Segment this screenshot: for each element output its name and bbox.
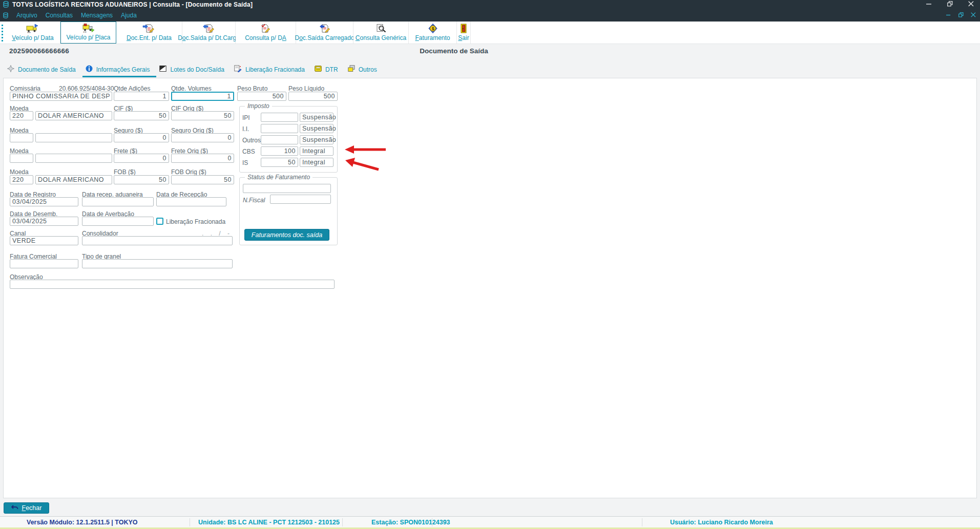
moeda-seguro-code-input[interactable] bbox=[10, 133, 33, 142]
qtde-volumes-input[interactable] bbox=[171, 92, 234, 101]
moeda-cif-name-input[interactable] bbox=[35, 111, 112, 120]
ii-mode-box[interactable]: Suspensão bbox=[300, 124, 333, 133]
moeda-fob-name-input[interactable] bbox=[35, 175, 112, 184]
moeda-seguro-name-input[interactable] bbox=[35, 133, 112, 142]
exit-icon bbox=[457, 23, 470, 33]
truck-by-date-icon: ++ bbox=[26, 23, 39, 33]
toolbar-button-label: Consulta Genérica bbox=[356, 34, 406, 41]
menu-bar: Arquivo Consultas Mensagens Ajuda bbox=[0, 9, 980, 22]
ipi-mode-box[interactable]: Suspensão bbox=[300, 113, 333, 122]
data-recep-aduaneira-input[interactable] bbox=[82, 197, 154, 206]
outros-label: Outros bbox=[242, 137, 261, 144]
outros-value-input[interactable] bbox=[261, 135, 298, 144]
seguro-orig-input[interactable] bbox=[171, 133, 234, 142]
tab-label: Informações Gerais bbox=[96, 66, 150, 73]
toolbar-button-label: Veículo p/ Placa bbox=[66, 34, 110, 41]
toolbar-button-label: Doc.Saída p/ Dt.Carga bbox=[178, 34, 240, 41]
fob-orig-input[interactable] bbox=[171, 175, 234, 184]
cbs-label: CBS bbox=[242, 148, 255, 155]
is-label: IS bbox=[242, 159, 248, 166]
statusbar-separator bbox=[190, 518, 190, 526]
minimize-button[interactable] bbox=[926, 1, 932, 7]
toolbar-doc-ent-p-data-button[interactable]: Doc.Ent. p/ Data bbox=[116, 22, 182, 44]
tab-informacoes-gerais[interactable]: Informações Gerais bbox=[82, 64, 157, 77]
is-mode-box[interactable]: Integral bbox=[300, 158, 333, 167]
toolbar-doc-saida-carregado-button[interactable]: Doc.Saída Carregado bbox=[296, 22, 353, 44]
peso-liquido-input[interactable] bbox=[288, 92, 338, 101]
statusbar-usuario: Usuário: Luciano Ricardo Moreira bbox=[670, 519, 773, 526]
data-registro-input[interactable] bbox=[10, 197, 78, 206]
cbs-mode-box[interactable]: Integral bbox=[300, 146, 333, 156]
window-title: TOTVS LOGÍSTICA RECINTOS ADUANEIROS | Co… bbox=[12, 1, 253, 8]
menu-ajuda[interactable]: Ajuda bbox=[121, 12, 137, 19]
frete-input[interactable] bbox=[114, 154, 169, 163]
observacao-input[interactable] bbox=[10, 280, 335, 289]
toolbar-faturamento-button[interactable]: $ Faturamento bbox=[409, 22, 457, 44]
statusbar-estacao: Estação: SPON010124393 bbox=[371, 519, 450, 526]
ipi-value-input[interactable] bbox=[261, 113, 298, 122]
menu-arquivo[interactable]: Arquivo bbox=[16, 12, 37, 19]
fractional-release-icon bbox=[234, 65, 242, 74]
toolbar: ++ Veículo p/ Data ++ Veículo p/ Placa D… bbox=[0, 22, 980, 44]
toolbar-sair-button[interactable]: Sair bbox=[457, 22, 471, 44]
fob-input[interactable] bbox=[114, 175, 169, 184]
cif-input[interactable] bbox=[114, 111, 169, 120]
mdi-close-button[interactable] bbox=[971, 12, 976, 19]
annotation-arrow-cbs bbox=[344, 145, 387, 154]
cbs-value-input[interactable] bbox=[261, 146, 298, 156]
menu-consultas[interactable]: Consultas bbox=[46, 12, 73, 19]
comissaria-label: Comissária bbox=[10, 85, 40, 92]
tab-documento-de-saida[interactable]: Documento de Saída bbox=[4, 64, 82, 77]
close-button[interactable] bbox=[968, 1, 974, 7]
app-database-icon bbox=[3, 1, 9, 8]
mdi-restore-button[interactable] bbox=[958, 12, 964, 19]
tab-lotes-do-doc-saida[interactable]: Lotes do Doc/Saída bbox=[156, 64, 231, 77]
tab-label: Lotes do Doc/Saída bbox=[170, 66, 224, 73]
liberacao-fracionada-checkbox-label: Liberação Fracionada bbox=[166, 218, 225, 225]
toolbar-consulta-generica-button[interactable]: Consulta Genérica bbox=[353, 22, 409, 44]
comissaria-input[interactable] bbox=[10, 92, 112, 101]
toolbar-veiculo-p-placa-button[interactable]: ++ Veículo p/ Placa bbox=[60, 22, 116, 44]
toolbar-grip[interactable] bbox=[2, 25, 5, 41]
seguro-input[interactable] bbox=[114, 133, 169, 142]
faturamentos-doc-saida-button[interactable]: Faturamentos doc. saída bbox=[244, 229, 329, 241]
cif-orig-input[interactable] bbox=[171, 111, 234, 120]
canal-input[interactable] bbox=[10, 236, 78, 245]
data-desemb-input[interactable] bbox=[10, 217, 78, 226]
ii-value-input[interactable] bbox=[261, 124, 298, 133]
qtde-adicoes-input[interactable] bbox=[114, 92, 169, 101]
toolbar-doc-saida-p-dtcarga-button[interactable]: Doc.Saída p/ Dt.Carga bbox=[182, 22, 236, 44]
moeda-fob-code-input[interactable] bbox=[10, 175, 33, 184]
data-averbacao-input[interactable] bbox=[82, 217, 154, 226]
doc-out-loaded-icon bbox=[318, 23, 331, 33]
tab-outros[interactable]: Outros bbox=[345, 64, 384, 77]
moeda-frete-name-input[interactable] bbox=[35, 154, 112, 163]
toolbar-consulta-p-da-button[interactable]: Consulta p/ DA bbox=[236, 22, 296, 44]
is-value-input[interactable] bbox=[261, 158, 298, 167]
document-number: 202590066666666 bbox=[9, 47, 69, 55]
moeda-frete-code-input[interactable] bbox=[10, 154, 33, 163]
consolidador-input[interactable] bbox=[82, 236, 233, 245]
toolbar-button-label: Consulta p/ DA bbox=[245, 34, 286, 41]
fechar-button[interactable]: Fechar bbox=[4, 502, 49, 514]
tab-strip: Documento de Saída Informações Gerais Lo… bbox=[4, 65, 384, 77]
svg-text:$: $ bbox=[431, 26, 434, 31]
liberacao-fracionada-checkbox[interactable] bbox=[156, 218, 163, 225]
menu-mensagens[interactable]: Mensagens bbox=[81, 12, 113, 19]
moeda-cif-code-input[interactable] bbox=[10, 111, 33, 120]
outros-mode-box[interactable]: Suspensão bbox=[300, 135, 333, 144]
data-recepcao-input[interactable] bbox=[156, 197, 226, 206]
restore-button[interactable] bbox=[947, 1, 953, 7]
tab-dtr[interactable]: DTR bbox=[311, 64, 345, 77]
frete-orig-input[interactable] bbox=[171, 154, 234, 163]
tipo-granel-input[interactable] bbox=[82, 259, 233, 268]
mdi-minimize-button[interactable] bbox=[946, 12, 951, 19]
fatura-comercial-input[interactable] bbox=[10, 259, 78, 268]
svg-text:++: ++ bbox=[27, 30, 31, 33]
toolbar-veiculo-p-data-button[interactable]: ++ Veículo p/ Data bbox=[6, 22, 60, 44]
peso-bruto-input[interactable] bbox=[237, 92, 286, 101]
nfiscal-input[interactable] bbox=[270, 195, 331, 204]
tab-liberacao-fracionada[interactable]: Liberação Fracionada bbox=[231, 64, 311, 77]
status-faturamento-input[interactable] bbox=[243, 184, 331, 193]
doc-burst-icon bbox=[7, 65, 14, 74]
